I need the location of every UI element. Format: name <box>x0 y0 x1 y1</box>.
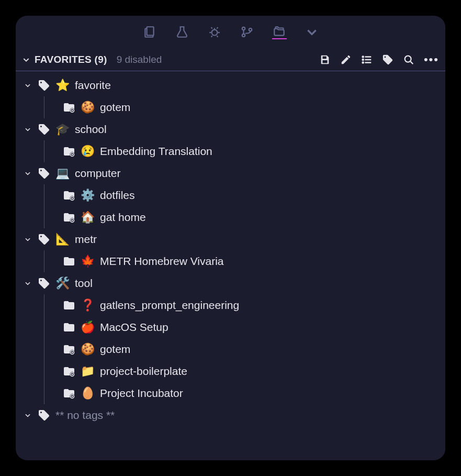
tag-icon <box>38 277 50 290</box>
chevron-down-icon <box>23 280 32 287</box>
project-item[interactable]: ❓gatlens_prompt_engineering <box>16 294 445 316</box>
svg-point-2 <box>242 27 244 30</box>
project-label: gatlens_prompt_engineering <box>100 299 239 312</box>
project-item[interactable]: 🍁METR Homebrew Vivaria <box>16 250 445 272</box>
folder-icon <box>63 343 75 356</box>
section-subtitle: 9 disabled <box>117 54 162 65</box>
project-emoji: 🍪 <box>81 102 95 113</box>
svg-point-26 <box>72 374 73 375</box>
git-tab-icon[interactable] <box>240 25 254 39</box>
folder-icon <box>63 145 75 158</box>
more-icon[interactable]: ••• <box>424 53 439 67</box>
folder-icon <box>63 255 75 268</box>
tag-label: computer <box>75 167 121 180</box>
project-emoji: 😢 <box>81 146 95 157</box>
project-item[interactable]: 📁project-boilerplate <box>16 360 445 382</box>
tag-group-notags[interactable]: ** no tags ** <box>16 404 445 426</box>
svg-point-20 <box>72 220 73 222</box>
svg-point-23 <box>72 352 73 353</box>
project-item[interactable]: 🏠gat home <box>16 206 445 228</box>
project-label: MacOS Setup <box>100 321 168 334</box>
tag-group-metr[interactable]: 📐metr <box>16 228 445 250</box>
tag-label: metr <box>75 233 97 246</box>
project-emoji: ⚙️ <box>81 190 95 201</box>
top-toolbar <box>16 16 445 48</box>
folder-icon <box>63 211 75 224</box>
section-title: FAVORITES (9) <box>35 54 107 65</box>
svg-point-5 <box>362 56 363 57</box>
folder-icon <box>63 321 75 334</box>
project-label: Project Incubator <box>100 387 183 400</box>
tag-group-school[interactable]: 🎓school <box>16 118 445 140</box>
tag-group-favorite[interactable]: ⭐favorite <box>16 74 445 96</box>
chevron-down-icon <box>23 236 32 243</box>
project-label: METR Homebrew Vivaria <box>100 255 224 268</box>
svg-rect-0 <box>147 27 153 35</box>
project-label: project-boilerplate <box>100 365 187 378</box>
edit-icon[interactable] <box>340 54 352 65</box>
header-actions: ••• <box>319 53 439 67</box>
tag-icon <box>38 233 50 246</box>
save-icon[interactable] <box>319 54 331 65</box>
section-chevron-icon[interactable] <box>22 56 30 64</box>
collapse-tab-icon[interactable] <box>305 25 319 39</box>
folder-icon <box>63 365 75 378</box>
project-label: Embedding Translation <box>100 145 212 158</box>
project-item[interactable]: 🍪gotem <box>16 338 445 360</box>
tag-emoji: 🎓 <box>55 124 70 135</box>
project-emoji: 🏠 <box>81 212 95 223</box>
chevron-down-icon <box>23 82 32 89</box>
folder-icon <box>63 101 75 114</box>
project-emoji: 🍁 <box>81 256 95 267</box>
tag-group-tool[interactable]: 🛠️tool <box>16 272 445 294</box>
explorer-tab-icon[interactable] <box>142 25 157 39</box>
tag-icon <box>38 79 50 92</box>
section-header: FAVORITES (9) 9 disabled ••• <box>16 48 445 71</box>
favorites-tree: ⭐favorite🍪gotem🎓school😢Embedding Transla… <box>16 71 445 460</box>
folder-icon <box>63 387 75 400</box>
project-item[interactable]: 🍪gotem <box>16 96 445 118</box>
project-item[interactable]: 🥚Project Incubator <box>16 382 445 404</box>
tag-emoji: ⭐ <box>55 80 70 91</box>
debug-tab-icon[interactable] <box>207 25 222 39</box>
chevron-down-icon <box>23 412 32 419</box>
project-emoji: 🥚 <box>81 388 95 399</box>
science-tab-icon[interactable] <box>175 25 189 39</box>
folders-tab-icon[interactable] <box>272 25 287 39</box>
svg-point-14 <box>72 154 73 156</box>
list-icon[interactable] <box>361 54 373 65</box>
tag-group-computer[interactable]: 💻computer <box>16 162 445 184</box>
chevron-down-icon <box>23 126 32 133</box>
tag-label: tool <box>75 277 93 290</box>
chevron-down-icon <box>23 170 32 177</box>
svg-point-1 <box>211 30 217 36</box>
folder-icon <box>63 189 75 202</box>
tag-emoji: 📐 <box>55 234 70 245</box>
sidebar-panel: FAVORITES (9) 9 disabled ••• ⭐favorite🍪g… <box>16 16 445 460</box>
project-label: gotem <box>100 101 130 114</box>
tag-emoji: 🛠️ <box>55 278 70 289</box>
svg-point-29 <box>72 396 73 397</box>
svg-point-17 <box>72 198 73 200</box>
tag-icon <box>38 123 50 136</box>
folder-icon <box>63 299 75 312</box>
project-emoji: 🍎 <box>81 322 95 333</box>
tag-label: ** no tags ** <box>55 409 115 422</box>
search-icon[interactable] <box>403 54 414 65</box>
project-emoji: ❓ <box>81 300 95 311</box>
svg-point-7 <box>362 62 363 63</box>
project-label: gotem <box>100 343 130 356</box>
tag-label: school <box>75 123 107 136</box>
tag-icon[interactable] <box>382 54 393 65</box>
svg-point-11 <box>72 110 73 112</box>
tag-emoji: 💻 <box>55 168 70 179</box>
project-label: gat home <box>100 211 146 224</box>
project-item[interactable]: 😢Embedding Translation <box>16 140 445 162</box>
project-item[interactable]: 🍎MacOS Setup <box>16 316 445 338</box>
tag-label: favorite <box>75 79 111 92</box>
project-emoji: 📁 <box>81 366 95 377</box>
project-item[interactable]: ⚙️dotfiles <box>16 184 445 206</box>
svg-point-3 <box>242 34 244 37</box>
svg-point-6 <box>362 59 363 60</box>
svg-point-4 <box>249 28 251 31</box>
